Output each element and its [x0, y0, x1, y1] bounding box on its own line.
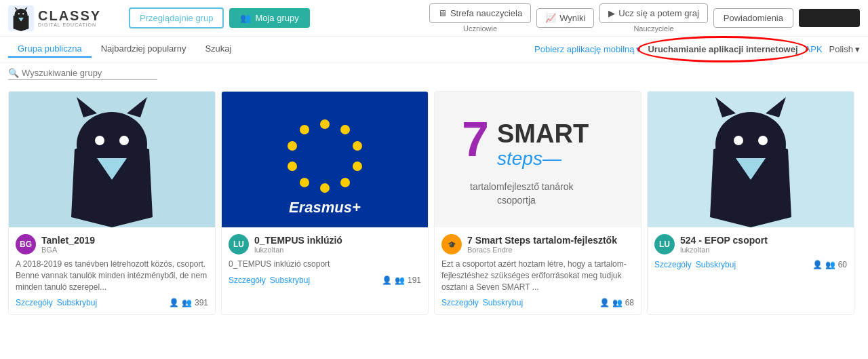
avatar-3: 🎓: [441, 234, 462, 254]
detail-link-1[interactable]: Szczegóły: [16, 298, 53, 307]
subscribe-link-2[interactable]: Subskrybuj: [270, 276, 310, 285]
logo-area: CLASSY DIGITAL EDUCATION: [8, 5, 123, 31]
chart-icon: 📈: [545, 13, 556, 23]
card-title-3: 7 Smart Steps tartalom-fejlesztők: [467, 235, 617, 246]
card-title-4: 524 - EFOP csoport: [680, 235, 768, 246]
uczniowie-section: 🖥 Strefa nauczyciela Uczniowie: [429, 3, 531, 33]
svg-text:steps—: steps—: [497, 148, 562, 169]
header: CLASSY DIGITAL EDUCATION Przeglądajnie g…: [0, 0, 868, 37]
card-body-2: LU 0_TEMPUS inklúzió lukzoltan 0_TEMPUS …: [222, 227, 428, 292]
tab-most-popular[interactable]: Najbardziej popularny: [92, 41, 196, 58]
svg-point-15: [119, 136, 129, 145]
svg-point-40: [734, 136, 743, 145]
card-title-2: 0_TEMPUS inklúzió: [254, 235, 342, 246]
svg-point-41: [758, 136, 768, 145]
people-icon-2: 👥: [395, 276, 405, 285]
smart-steps-image: 7 SMART steps— tartalomfejlesztő tanárok…: [450, 92, 626, 227]
tab-group-public[interactable]: Grupa publiczna: [8, 41, 92, 58]
card-owner-name-2: lukzoltan: [254, 246, 342, 254]
card-body-1: BG Tanlet_2019 BGA A 2018-2019 es tanévb…: [9, 227, 215, 314]
card-desc-3: Ezt a csoportot azért hoztam létre, hogy…: [441, 259, 634, 292]
svg-text:Erasmus+: Erasmus+: [289, 199, 361, 216]
nauczyciele-label: Nauczyciele: [633, 24, 673, 33]
person-icon-1: 👤: [169, 298, 179, 307]
svg-point-19: [340, 125, 350, 134]
card-desc-2: 0_TEMPUS inklúzió csoport: [229, 259, 421, 270]
card-image-1: [9, 92, 215, 227]
search-wrapper: 🔍: [8, 68, 157, 80]
detail-link-3[interactable]: Szczegóły: [441, 298, 479, 307]
person-icon-4: 👤: [812, 260, 823, 269]
subnav-tabs: Grupa publiczna Najbardziej popularny Sz…: [8, 41, 241, 58]
people-icon: 👥: [240, 13, 251, 23]
subscribe-link-4[interactable]: Subskrybuj: [696, 260, 736, 269]
logo-text: CLASSY DIGITAL EDUCATION: [38, 9, 101, 27]
browse-groups-button[interactable]: Przeglądajnie grup: [129, 7, 224, 29]
card-members-2: 👤 👥 191: [382, 276, 421, 285]
svg-point-20: [353, 141, 362, 151]
card-owner-3: 🎓 7 Smart Steps tartalom-fejlesztők Bora…: [441, 234, 634, 254]
svg-point-23: [320, 183, 330, 193]
play-icon: ▶: [608, 8, 615, 18]
logo-icon: [8, 5, 34, 31]
card-owner-name-3: Boracs Endre: [467, 246, 617, 254]
play-section: ▶ Ucz się a potem graj Nauczyciele: [599, 3, 708, 33]
svg-point-26: [288, 141, 297, 151]
card-title-1: Tanlet_2019: [41, 235, 95, 246]
svg-text:SMART: SMART: [497, 119, 589, 148]
card-desc-1: A 2018-2019 es tanévben létrehozott közö…: [16, 259, 208, 292]
language-selector[interactable]: Polish ▾: [829, 44, 860, 54]
svg-point-24: [300, 178, 309, 187]
card-footer-4: Szczegóły Subskrybuj 👤 👥 60: [654, 260, 847, 269]
search-input[interactable]: [22, 68, 157, 78]
avatar-4: LU: [654, 234, 675, 254]
card-footer-3: Szczegóły Subskrybuj 👤 👥 68: [441, 298, 634, 307]
card-footer-1: Szczegóły Subskrybuj 👤 👥 391: [16, 298, 208, 307]
svg-text:csoportja: csoportja: [497, 195, 536, 206]
card-body-4: LU 524 - EFOP csoport lukzoltan Szczegół…: [648, 227, 854, 276]
apk-button[interactable]: APK: [805, 44, 823, 54]
wyniki-section: 📈 Wyniki: [536, 8, 594, 28]
card-owner-2: LU 0_TEMPUS inklúzió lukzoltan: [229, 234, 421, 254]
person-icon-3: 👤: [599, 298, 610, 307]
group-card-1: BG Tanlet_2019 BGA A 2018-2019 es tanévb…: [8, 91, 216, 315]
notifications-button[interactable]: Powiadomienia: [713, 8, 793, 28]
svg-point-22: [340, 178, 350, 187]
card-image-3: 7 SMART steps— tartalomfejlesztő tanárok…: [435, 92, 641, 227]
detail-link-2[interactable]: Szczegóły: [229, 276, 266, 285]
group-card-3: 7 SMART steps— tartalomfejlesztő tanárok…: [434, 91, 642, 315]
download-app-button[interactable]: Pobierz aplikację mobilną ▾: [534, 44, 641, 54]
cat-mascot-image-1: [44, 92, 180, 227]
people-icon-3: 👥: [612, 298, 623, 307]
card-image-4: [648, 92, 854, 227]
cat-mascot-image-4: [683, 92, 818, 227]
chevron-down-icon: ▾: [855, 44, 860, 54]
my-groups-button[interactable]: 👥 Moja grupy: [229, 8, 309, 28]
svg-text:7: 7: [462, 112, 489, 166]
card-members-1: 👤 👥 391: [169, 298, 208, 307]
logo-subtitle: DIGITAL EDUCATION: [38, 22, 101, 27]
svg-point-14: [95, 136, 104, 145]
card-owner-4: LU 524 - EFOP csoport lukzoltan: [654, 234, 847, 254]
card-members-3: 👤 👥 68: [599, 298, 634, 307]
search-area: 🔍: [0, 62, 868, 83]
card-footer-2: Szczegóły Subskrybuj 👤 👥 191: [229, 276, 421, 285]
subscribe-link-3[interactable]: Subskrybuj: [483, 298, 523, 307]
play-button[interactable]: ▶ Ucz się a potem graj: [599, 3, 708, 23]
tab-search[interactable]: Szukaj: [195, 41, 241, 58]
people-icon-4: 👥: [825, 260, 835, 269]
subscribe-link-1[interactable]: Subskrybuj: [57, 298, 97, 307]
wyniki-button[interactable]: 📈 Wyniki: [536, 8, 594, 28]
person-icon-2: 👤: [382, 276, 392, 285]
logo-name: CLASSY: [38, 9, 101, 22]
user-button[interactable]: [799, 9, 860, 27]
erasmus-image: Erasmus+: [257, 92, 393, 227]
svg-point-21: [353, 162, 362, 171]
teacher-zone-button[interactable]: 🖥 Strefa nauczyciela: [429, 3, 531, 23]
detail-link-4[interactable]: Szczegóły: [654, 260, 692, 269]
launch-web-app-button[interactable]: Uruchamianie aplikacji internetowej: [648, 44, 797, 54]
subnav-right: Pobierz aplikację mobilną ▾ Uruchamianie…: [534, 44, 860, 54]
svg-point-18: [320, 119, 330, 129]
avatar-1: BG: [16, 234, 36, 254]
cards-grid: BG Tanlet_2019 BGA A 2018-2019 es tanévb…: [0, 83, 868, 328]
